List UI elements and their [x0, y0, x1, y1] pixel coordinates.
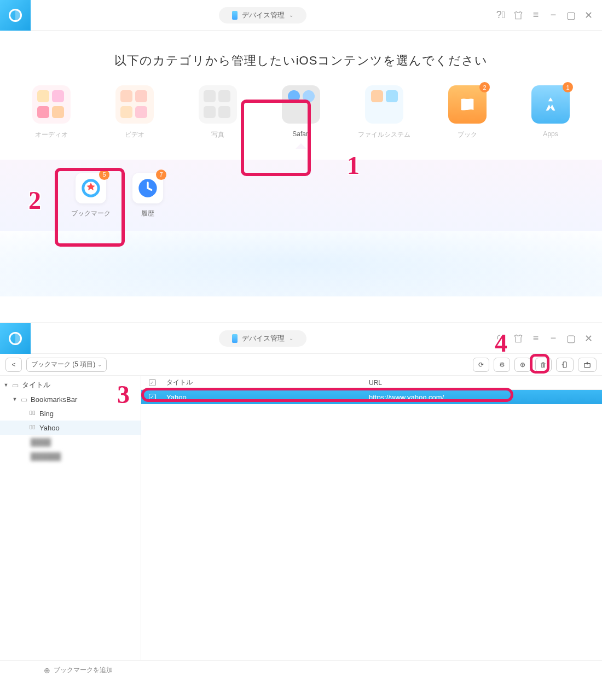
minimize-icon[interactable]: −	[547, 332, 559, 345]
help-icon[interactable]: ?⃝	[495, 9, 507, 21]
selected-pointer-icon	[296, 143, 306, 149]
col-url[interactable]: URL	[366, 379, 602, 387]
window-category-picker: デバイス管理 ⌄ ?⃝ ≡ − ▢ ✕ 以下のカテゴリから管理したいiOSコンテ…	[0, 0, 602, 323]
category-label: ブック	[458, 130, 477, 139]
menu-icon[interactable]: ≡	[530, 332, 542, 345]
category-row: オーディオ ビデオ 写真 Safari	[0, 85, 602, 160]
category-book[interactable]: 2 ブック	[440, 85, 495, 149]
cell-title: Yahoo	[163, 393, 366, 401]
sub-history[interactable]: 7 履歴	[132, 173, 163, 218]
row-checkbox[interactable]: ✓	[149, 394, 156, 401]
sub-label: ブックマーク	[71, 209, 111, 218]
badge: 7	[156, 170, 166, 180]
tree-item-yahoo[interactable]: Yahoo	[0, 421, 141, 435]
callout-1: 1	[347, 151, 360, 180]
badge: 2	[479, 82, 490, 92]
app-logo	[0, 323, 31, 354]
svg-rect-6	[563, 361, 566, 368]
device-label: デバイス管理	[242, 10, 285, 20]
bookmark-icon	[28, 424, 36, 432]
sub-bookmarks[interactable]: 5 ブックマーク	[71, 173, 111, 218]
device-selector[interactable]: デバイス管理 ⌄	[219, 330, 306, 347]
breadcrumb-dropdown[interactable]: ブックマーク (5 項目) ⌄	[26, 358, 107, 372]
back-button[interactable]: <	[5, 358, 22, 372]
titlebar: デバイス管理 ⌄ ?⃝ ≡ − ▢ ✕	[0, 0, 602, 31]
close-icon[interactable]: ✕	[582, 9, 594, 21]
category-apps[interactable]: 1 Apps	[523, 85, 578, 149]
window-bookmark-manager: デバイス管理 ⌄ ≡ − ▢ ✕ < ブックマーク (5 項目) ⌄ ⟳ ⚙ ⊕…	[0, 323, 602, 680]
phone-icon	[232, 11, 238, 20]
category-audio[interactable]: オーディオ	[24, 85, 79, 149]
bookmark-table: ✓ タイトル URL ✓ Yahoo https://www.yahoo.com…	[141, 376, 602, 660]
refresh-button[interactable]: ⟳	[473, 358, 489, 372]
add-button[interactable]: ⊕	[514, 358, 531, 372]
settings-button[interactable]: ⚙	[494, 358, 510, 372]
add-bookmark-button[interactable]: ブックマークを追加	[54, 666, 113, 675]
category-filesystem[interactable]: ファイルシステム	[357, 85, 412, 149]
page-heading: 以下のカテゴリから管理したいiOSコンテンツを選んでください	[0, 31, 602, 85]
delete-button[interactable]: 🗑	[535, 358, 552, 372]
breadcrumb-label: ブックマーク (5 項目)	[31, 360, 95, 369]
to-device-button[interactable]	[556, 358, 574, 372]
category-label: Safari	[292, 130, 309, 138]
minimize-icon[interactable]: −	[547, 9, 559, 21]
disclosure-icon: ▼	[3, 382, 9, 388]
category-safari[interactable]: Safari	[274, 85, 328, 149]
safari-sub-panel: 5 ブックマーク 7 履歴	[0, 160, 602, 231]
tree-label: Bing	[39, 410, 54, 418]
plus-icon[interactable]: ⊕	[44, 666, 50, 675]
shirt-icon[interactable]	[512, 9, 524, 21]
device-label: デバイス管理	[242, 334, 285, 343]
disclosure-icon: ▼	[12, 396, 18, 402]
toolbar: < ブックマーク (5 項目) ⌄ ⟳ ⚙ ⊕ 🗑	[0, 354, 602, 376]
callout-4: 4	[495, 329, 507, 358]
phone-icon	[232, 334, 238, 343]
col-title[interactable]: タイトル	[163, 378, 366, 387]
folder-tree: ▼ ▭ タイトル ▼ ▭ BookmarksBar Bing Yahoo ███…	[0, 376, 141, 660]
maximize-icon[interactable]: ▢	[565, 9, 577, 21]
shirt-icon[interactable]	[512, 332, 524, 345]
category-label: オーディオ	[35, 130, 68, 139]
callout-3: 3	[117, 380, 130, 409]
maximize-icon[interactable]: ▢	[565, 332, 577, 345]
category-label: Apps	[543, 130, 558, 138]
titlebar: デバイス管理 ⌄ ≡ − ▢ ✕	[0, 323, 602, 354]
content-area: ▼ ▭ タイトル ▼ ▭ BookmarksBar Bing Yahoo ███…	[0, 376, 602, 660]
chevron-down-icon: ⌄	[289, 335, 293, 341]
folder-icon: ▭	[21, 395, 27, 404]
decorative-wave	[0, 231, 602, 296]
header-checkbox[interactable]: ✓	[141, 379, 163, 386]
footer: ⊕ ブックマークを追加	[0, 660, 602, 680]
menu-icon[interactable]: ≡	[530, 9, 542, 21]
app-logo	[0, 0, 31, 31]
sub-label: 履歴	[141, 209, 154, 218]
chevron-down-icon: ⌄	[97, 361, 102, 368]
close-icon[interactable]: ✕	[582, 332, 594, 345]
tree-label: タイトル	[22, 380, 50, 390]
table-row[interactable]: ✓ Yahoo https://www.yahoo.com/	[141, 390, 602, 404]
bookmark-icon	[28, 410, 36, 418]
badge: 5	[99, 170, 109, 180]
export-button[interactable]	[578, 358, 597, 372]
category-label: 写真	[211, 130, 224, 139]
tree-label: BookmarksBar	[31, 395, 77, 404]
folder-icon: ▭	[12, 381, 19, 389]
cell-url: https://www.yahoo.com/	[366, 393, 602, 401]
category-video[interactable]: ビデオ	[107, 85, 162, 149]
chevron-down-icon: ⌄	[289, 12, 293, 18]
tree-label: Yahoo	[39, 424, 60, 432]
table-header: ✓ タイトル URL	[141, 376, 602, 390]
callout-2: 2	[28, 186, 41, 215]
device-selector[interactable]: デバイス管理 ⌄	[219, 7, 306, 24]
category-label: ファイルシステム	[358, 130, 410, 139]
badge: 1	[563, 82, 573, 92]
blurred-item: ████	[0, 435, 141, 449]
blurred-item: ██████	[0, 449, 141, 463]
category-photo[interactable]: 写真	[190, 85, 245, 149]
category-label: ビデオ	[125, 130, 144, 139]
